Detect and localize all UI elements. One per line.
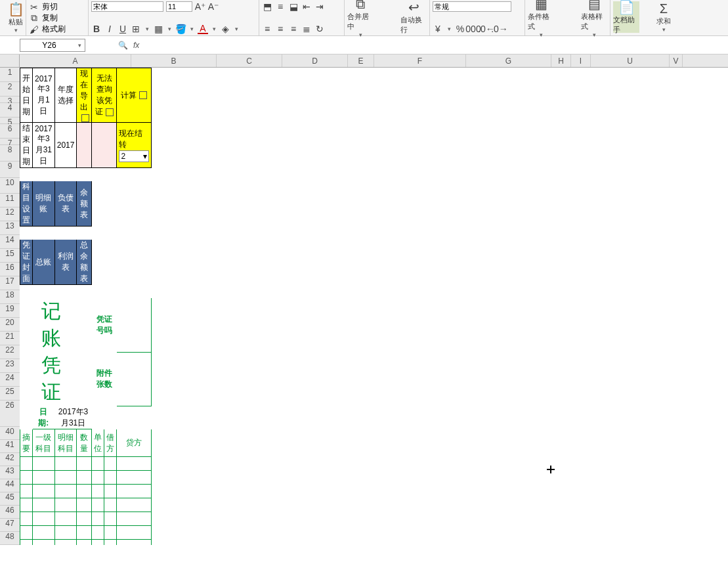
col-header[interactable]: D [282,54,348,67]
row-header[interactable]: 26 [0,401,20,427]
copy-button[interactable]: ⧉复制 [29,12,85,24]
align-mid-icon[interactable]: ≡ [275,1,286,12]
data-cell[interactable] [20,512,33,526]
paste-button[interactable]: 📋 粘贴 ▾ [3,1,29,33]
row-header[interactable]: 5 [0,118,20,124]
data-cell[interactable] [20,526,33,540]
select-all-corner[interactable] [0,54,20,68]
font-color-button[interactable]: A [198,24,208,34]
row-header[interactable]: 21 [0,332,20,345]
data-cell[interactable] [33,485,55,498]
pink-cell-f[interactable] [92,123,117,168]
doc-helper-button[interactable]: 📄文档助手 [613,1,639,33]
data-cell[interactable] [20,540,33,546]
data-cell[interactable] [33,471,55,485]
data-cell[interactable] [104,457,117,471]
col-header[interactable]: G [466,54,551,67]
data-cell[interactable] [92,498,104,512]
export-checkbox[interactable] [81,114,89,122]
col-header[interactable]: C [217,54,282,67]
font-size-select[interactable] [166,1,192,12]
underline-button[interactable]: U [118,24,128,34]
data-cell[interactable] [117,512,152,526]
row-header[interactable]: 40 [0,427,20,440]
wrap-button[interactable]: ↩自动换行 [400,1,427,33]
indent-dec-icon[interactable]: ⇤ [301,1,312,12]
nav-general-ledger[interactable]: 总账 [33,240,55,285]
nav-subject-setup[interactable]: 科目设置 [20,181,33,227]
row-header[interactable]: 7 [0,139,20,145]
data-cell[interactable] [33,540,55,546]
row-header[interactable]: 1 [0,68,20,82]
attach-field[interactable] [117,352,152,406]
name-box[interactable]: Y26 ▾ [20,39,85,52]
row-header[interactable]: 22 [0,345,20,359]
row-header[interactable]: 17 [0,276,20,290]
row-header[interactable]: 41 [0,440,20,453]
font-family-select[interactable] [91,1,163,12]
orient-icon[interactable]: ↻ [314,24,325,34]
calc-cell[interactable]: 计算 [117,68,152,123]
row-header[interactable]: 23 [0,359,20,373]
indent-inc-icon[interactable]: ⇥ [314,1,325,12]
year-value[interactable]: 2017 [54,123,77,168]
percent-icon[interactable]: % [455,24,465,34]
dec-dec-icon[interactable]: .0→ [494,24,505,34]
merge-button[interactable]: ⧉合并居中▾ [347,1,374,33]
nav-balance[interactable]: 余额表 [77,181,92,227]
row-header[interactable]: 10 [0,178,20,194]
row-header[interactable]: 45 [0,492,20,506]
cut-button[interactable]: ✂剪切 [29,1,85,12]
align-center-icon[interactable]: ≡ [275,24,286,34]
painter-button[interactable]: 🖌格式刷 [29,24,85,35]
data-cell[interactable] [54,526,77,540]
col-header[interactable]: F [374,54,466,67]
row-header[interactable]: 6 [0,124,20,139]
decrease-font-icon[interactable]: A⁻ [208,1,219,12]
col-header[interactable]: H [551,54,571,67]
align-bot-icon[interactable]: ⬓ [288,1,299,12]
data-cell[interactable] [54,485,77,498]
spreadsheet[interactable]: A B C D E F G H I U V 1 2 3 4 5 6 7 8 9 … [0,54,728,545]
data-cell[interactable] [20,485,33,498]
data-cell[interactable] [77,498,92,512]
data-cell[interactable] [33,512,55,526]
data-cell[interactable] [20,471,33,485]
data-cell[interactable] [117,498,152,512]
col-header[interactable]: A [20,54,131,67]
row-header[interactable]: 8 [0,145,20,162]
data-cell[interactable] [54,512,77,526]
align-top-icon[interactable]: ⬒ [262,1,272,12]
increase-font-icon[interactable]: A⁺ [195,1,205,12]
align-right-icon[interactable]: ≡ [288,24,299,34]
nav-total-balance[interactable]: 总余额表 [77,240,92,285]
row-header[interactable]: 9 [0,162,20,178]
row-header[interactable]: 20 [0,318,20,332]
nav-liability[interactable]: 负债表 [54,181,77,227]
data-cell[interactable] [92,457,104,471]
data-cell[interactable] [104,498,117,512]
row-header[interactable]: 18 [0,290,20,304]
row-header[interactable]: 44 [0,479,20,492]
cell-icon[interactable]: ▦ [153,24,163,34]
data-cell[interactable] [77,485,92,498]
bold-button[interactable]: B [91,24,102,34]
data-cell[interactable] [33,526,55,540]
data-cell[interactable] [77,526,92,540]
data-cell[interactable] [104,471,117,485]
data-cell[interactable] [92,526,104,540]
data-cell[interactable] [20,457,33,471]
sum-button[interactable]: Σ求和▾ [651,1,677,33]
align-left-icon[interactable]: ≡ [262,24,272,34]
data-cell[interactable] [77,471,92,485]
cond-format-button[interactable]: ▦条件格式▾ [528,1,554,33]
row-header[interactable]: 13 [0,221,20,235]
italic-button[interactable]: I [104,24,115,34]
data-cell[interactable] [92,485,104,498]
data-cell[interactable] [92,540,104,546]
data-cell[interactable] [117,526,152,540]
data-cell[interactable] [33,498,55,512]
row-header[interactable]: 42 [0,453,20,466]
row-header[interactable]: 2 [0,82,20,97]
row-header[interactable]: 46 [0,506,20,519]
